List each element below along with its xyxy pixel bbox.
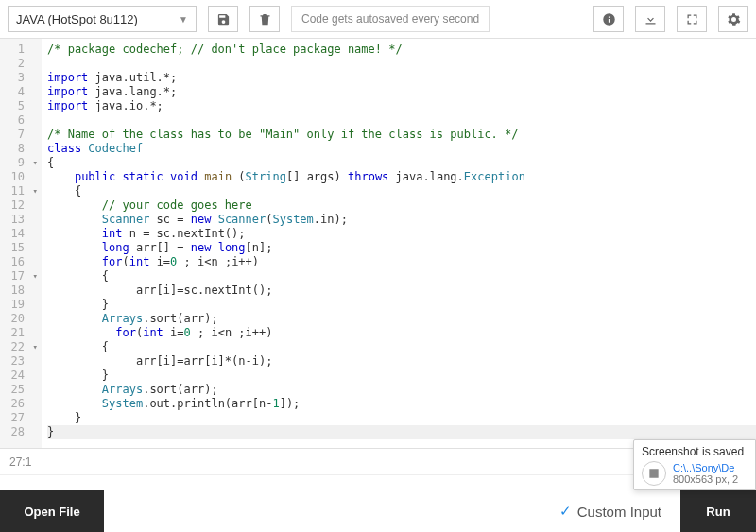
line-number: 19 — [0, 298, 42, 312]
fullscreen-button[interactable] — [677, 6, 707, 32]
code-line[interactable]: arr[i]=sc.nextInt(); — [47, 283, 756, 298]
line-number: 6 — [0, 113, 42, 128]
code-line[interactable]: { — [47, 269, 756, 283]
save-button[interactable] — [208, 6, 238, 32]
custom-input-toggle[interactable]: ✓ Custom Input — [559, 503, 662, 520]
footer: Open File ✓ Custom Input Run — [0, 490, 756, 532]
line-number: 15 — [0, 241, 42, 255]
cursor-position: 27:1 — [9, 455, 31, 469]
toast-title: Screenshot is saved — [642, 445, 755, 458]
line-number: 17 — [0, 269, 42, 283]
line-number: 22 — [0, 340, 42, 354]
code-line[interactable]: long arr[] = new long[n]; — [47, 241, 756, 255]
line-number: 8 — [0, 142, 42, 156]
toast-path: C:\..\Sony\De — [673, 462, 738, 473]
line-number: 23 — [0, 354, 42, 369]
custom-input-label: Custom Input — [577, 504, 662, 520]
line-number: 14 — [0, 227, 42, 241]
code-line[interactable]: System.out.println(arr[n-1]); — [47, 397, 756, 411]
code-line[interactable]: arr[i]=arr[i]*(n-i); — [47, 354, 756, 369]
code-line[interactable]: { — [47, 184, 756, 198]
image-icon — [642, 461, 666, 486]
line-number: 21 — [0, 326, 42, 340]
code-line[interactable]: Arrays.sort(arr); — [47, 383, 756, 397]
code-line[interactable]: /* package codechef; // don't place pack… — [47, 43, 756, 57]
line-number: 18 — [0, 283, 42, 298]
code-line[interactable]: import java.util.*; — [47, 71, 756, 85]
line-number: 4 — [0, 85, 42, 99]
download-icon — [644, 12, 658, 26]
toolbar: JAVA (HotSpot 8u112) ▼ Code gets autosav… — [0, 0, 756, 38]
toast-meta: 756x532 px, 2 — [673, 473, 738, 485]
run-button[interactable]: Run — [680, 490, 756, 532]
language-select-value: JAVA (HotSpot 8u112) — [16, 12, 138, 26]
line-number: 1 — [0, 43, 42, 57]
line-number: 7 — [0, 128, 42, 142]
editor-gutter: 1234567891011121314151617181920212223242… — [0, 39, 42, 448]
code-line[interactable]: // your code goes here — [47, 198, 756, 213]
code-line[interactable]: { — [47, 156, 756, 170]
line-number: 3 — [0, 71, 42, 85]
expand-icon — [685, 12, 699, 26]
line-number: 16 — [0, 255, 42, 269]
code-line[interactable]: } — [47, 298, 756, 312]
line-number: 5 — [0, 99, 42, 113]
line-number: 10 — [0, 170, 42, 184]
code-line[interactable]: import java.io.*; — [47, 99, 756, 113]
code-line[interactable]: import java.lang.*; — [47, 85, 756, 99]
line-number: 12 — [0, 198, 42, 213]
chevron-down-icon: ▼ — [179, 14, 188, 25]
save-icon — [216, 12, 231, 26]
line-number: 25 — [0, 383, 42, 397]
language-select[interactable]: JAVA (HotSpot 8u112) ▼ — [8, 6, 197, 32]
editor-code-area[interactable]: /* package codechef; // don't place pack… — [42, 39, 756, 448]
code-line[interactable]: } — [47, 425, 756, 439]
code-editor[interactable]: 1234567891011121314151617181920212223242… — [0, 38, 756, 449]
code-line[interactable]: /* Name of the class has to be "Main" on… — [47, 128, 756, 142]
screenshot-toast[interactable]: Screenshot is saved C:\..\Sony\De 800x56… — [633, 439, 756, 490]
trash-icon — [258, 12, 272, 26]
line-number: 11 — [0, 184, 42, 198]
line-number: 9 — [0, 156, 42, 170]
info-button[interactable] — [593, 6, 624, 32]
code-line[interactable]: class Codechef — [47, 142, 756, 156]
code-line[interactable]: { — [47, 340, 756, 354]
delete-button[interactable] — [249, 6, 280, 32]
line-number: 2 — [0, 57, 42, 71]
code-line[interactable]: public static void main (String[] args) … — [47, 170, 756, 184]
line-number: 26 — [0, 397, 42, 411]
code-line[interactable]: } — [47, 369, 756, 383]
line-number: 24 — [0, 369, 42, 383]
download-button[interactable] — [635, 6, 665, 32]
code-line[interactable] — [47, 113, 756, 128]
line-number: 13 — [0, 213, 42, 227]
line-number: 27 — [0, 411, 42, 425]
code-line[interactable] — [47, 57, 756, 71]
code-line[interactable]: Scanner sc = new Scanner(System.in); — [47, 213, 756, 227]
open-file-button[interactable]: Open File — [0, 490, 104, 532]
info-icon — [602, 12, 616, 26]
autosave-message: Code gets autosaved every second — [291, 6, 490, 32]
code-line[interactable]: for(int i=0 ; i<n ;i++) — [47, 326, 756, 340]
check-icon: ✓ — [559, 503, 572, 520]
gear-icon — [727, 12, 741, 26]
code-line[interactable]: Arrays.sort(arr); — [47, 312, 756, 326]
line-number: 28 — [0, 425, 42, 439]
code-line[interactable]: } — [47, 411, 756, 425]
line-number: 20 — [0, 312, 42, 326]
code-line[interactable]: int n = sc.nextInt(); — [47, 227, 756, 241]
code-line[interactable]: for(int i=0 ; i<n ;i++) — [47, 255, 756, 269]
settings-button[interactable] — [718, 6, 748, 32]
